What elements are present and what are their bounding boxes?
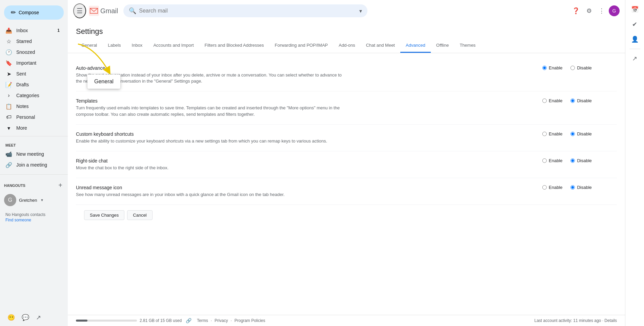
- disable-chat-option[interactable]: Disable: [570, 158, 591, 163]
- disable-templates-option[interactable]: Disable: [570, 98, 591, 103]
- support-button[interactable]: ❓: [569, 4, 582, 17]
- sidebar-item-important[interactable]: 🔖 Important: [0, 58, 64, 68]
- sidebar-divider-2: [0, 174, 68, 175]
- enable-templates-radio[interactable]: [542, 99, 547, 103]
- avatar-button[interactable]: G: [609, 5, 620, 16]
- sidebar-item-more[interactable]: ▾ More: [0, 123, 64, 133]
- add-hangout-button[interactable]: +: [57, 180, 64, 191]
- setting-title-unread: Unread message icon: [76, 185, 534, 190]
- storage-bar-container: 2.81 GB of 15 GB used 🔗: [76, 318, 192, 323]
- footer-right: Last account activity: 11 minutes ago · …: [535, 318, 617, 323]
- tab-themes[interactable]: Themes: [454, 39, 481, 53]
- apps-button[interactable]: ⋮: [596, 4, 607, 17]
- sidebar-item-join-meeting[interactable]: 🔗 Join a meeting: [0, 159, 64, 170]
- menu-button[interactable]: ☰: [73, 3, 86, 18]
- hangout-avatar: G: [4, 194, 16, 206]
- join-meeting-icon: 🔗: [5, 162, 12, 168]
- setting-info-auto-advance: Auto-advance Show the next conversation …: [76, 65, 534, 84]
- sidebar-item-label: Personal: [16, 114, 35, 120]
- privacy-link[interactable]: Privacy: [215, 318, 228, 323]
- tab-advanced[interactable]: Advanced: [400, 39, 431, 53]
- tab-offline[interactable]: Offline: [431, 39, 454, 53]
- compose-icon: ✏: [11, 9, 16, 16]
- settings-body: Auto-advance Show the next conversation …: [68, 53, 625, 234]
- settings-content: Settings General Labels Inbox Accounts a…: [68, 22, 625, 315]
- tab-chat[interactable]: Chat and Meet: [361, 39, 400, 53]
- tab-inbox[interactable]: Inbox: [126, 39, 148, 53]
- save-bar: Save Changes Cancel: [76, 205, 617, 228]
- hangout-status-arrow: ▾: [41, 198, 43, 202]
- right-panel-tasks-button[interactable]: ✔: [628, 18, 642, 31]
- details-link[interactable]: Details: [604, 318, 617, 323]
- hangout-username: Gretchen: [19, 198, 37, 203]
- enable-templates-option[interactable]: Enable: [542, 98, 562, 103]
- disable-keyboard-option[interactable]: Disable: [570, 131, 591, 136]
- enable-chat-option[interactable]: Enable: [542, 158, 562, 163]
- sidebar-item-notes[interactable]: 📋 Notes: [0, 101, 64, 112]
- tab-filters[interactable]: Filters and Blocked Addresses: [199, 39, 269, 53]
- settings-button[interactable]: ⚙: [584, 4, 595, 17]
- chat-icon-button[interactable]: 💬: [20, 312, 31, 323]
- sidebar-item-categories[interactable]: › Categories: [0, 90, 64, 101]
- disable-unread-radio[interactable]: [570, 185, 575, 190]
- tab-accounts[interactable]: Accounts and Import: [148, 39, 199, 53]
- tab-forwarding[interactable]: Forwarding and POP/IMAP: [269, 39, 333, 53]
- save-changes-button[interactable]: Save Changes: [84, 210, 124, 220]
- expand-icon-button[interactable]: ↗: [34, 312, 43, 323]
- svg-rect-0: [89, 6, 99, 16]
- sidebar-item-snoozed[interactable]: 🕐 Snoozed: [0, 47, 64, 58]
- enable-keyboard-option[interactable]: Enable: [542, 131, 562, 136]
- enable-label: Enable: [549, 158, 562, 163]
- no-contacts-section: No Hangouts contacts Find someone: [0, 211, 68, 222]
- cancel-button[interactable]: Cancel: [127, 210, 152, 220]
- hangout-user-item[interactable]: G Gretchen ▾: [0, 192, 68, 208]
- categories-icon: ›: [5, 92, 12, 99]
- enable-auto-advance-radio[interactable]: [542, 66, 547, 70]
- enable-unread-radio[interactable]: [542, 185, 547, 190]
- terms-link[interactable]: Terms: [197, 318, 208, 323]
- right-panel-contacts-button[interactable]: 👤: [628, 32, 642, 46]
- enable-unread-option[interactable]: Enable: [542, 185, 562, 190]
- enable-keyboard-radio[interactable]: [542, 132, 547, 136]
- dot-separator-1: ·: [211, 318, 212, 323]
- disable-templates-radio[interactable]: [570, 99, 575, 103]
- hangouts-section: Hangouts + G Gretchen ▾: [0, 177, 68, 208]
- search-input[interactable]: [139, 8, 357, 14]
- tab-addons[interactable]: Add-ons: [333, 39, 360, 53]
- topbar: ☰ Gmail 🔍 ▾ ❓ ⚙ ⋮ G: [68, 0, 625, 22]
- disable-chat-radio[interactable]: [570, 158, 575, 163]
- setting-desc-keyboard: Enable the ability to customize your key…: [76, 138, 347, 144]
- right-panel-expand-button[interactable]: ↗: [628, 52, 642, 65]
- sidebar-item-inbox[interactable]: 📥 Inbox 1: [0, 25, 64, 36]
- disable-unread-option[interactable]: Disable: [570, 185, 591, 190]
- sidebar-item-personal[interactable]: 🏷 Personal: [0, 112, 64, 123]
- sidebar-item-sent[interactable]: ➤ Sent: [0, 68, 64, 79]
- storage-text: 2.81 GB of 15 GB used: [140, 318, 182, 323]
- sent-icon: ➤: [5, 71, 12, 77]
- enable-chat-radio[interactable]: [542, 158, 547, 163]
- right-panel-calendar-button[interactable]: 📅: [628, 3, 642, 16]
- gmail-logo-icon: [89, 6, 99, 16]
- more-icon: ▾: [5, 125, 12, 131]
- setting-unread-icon: Unread message icon See how many unread …: [76, 178, 617, 205]
- disable-keyboard-radio[interactable]: [570, 132, 575, 136]
- sidebar-item-drafts[interactable]: 📝 Drafts: [0, 79, 64, 90]
- find-someone-link[interactable]: Find someone: [0, 218, 68, 222]
- setting-desc-chat: Move the chat box to the right side of t…: [76, 165, 347, 171]
- search-options-icon[interactable]: ▾: [359, 8, 362, 14]
- disable-auto-advance-radio[interactable]: [570, 66, 575, 70]
- compose-button[interactable]: ✏ Compose: [4, 5, 64, 20]
- disable-auto-advance-option[interactable]: Disable: [570, 65, 591, 70]
- sidebar-item-starred[interactable]: ☆ Starred: [0, 36, 64, 47]
- setting-info-keyboard: Custom keyboard shortcuts Enable the abi…: [76, 131, 534, 144]
- bottom-icons-bar: 😶 💬 ↗: [0, 309, 68, 326]
- program-policies-link[interactable]: Program Policies: [235, 318, 265, 323]
- manage-storage-link[interactable]: 🔗: [186, 318, 192, 323]
- storage-bar-fill: [76, 320, 87, 322]
- enable-auto-advance-option[interactable]: Enable: [542, 65, 562, 70]
- settings-title: Settings: [68, 22, 625, 36]
- right-panel: 📅 ✔ 👤 ↗: [625, 0, 644, 326]
- sidebar-item-new-meeting[interactable]: 📹 New meeting: [0, 149, 64, 159]
- status-icon-button[interactable]: 😶: [5, 312, 17, 323]
- compose-label: Compose: [19, 10, 39, 15]
